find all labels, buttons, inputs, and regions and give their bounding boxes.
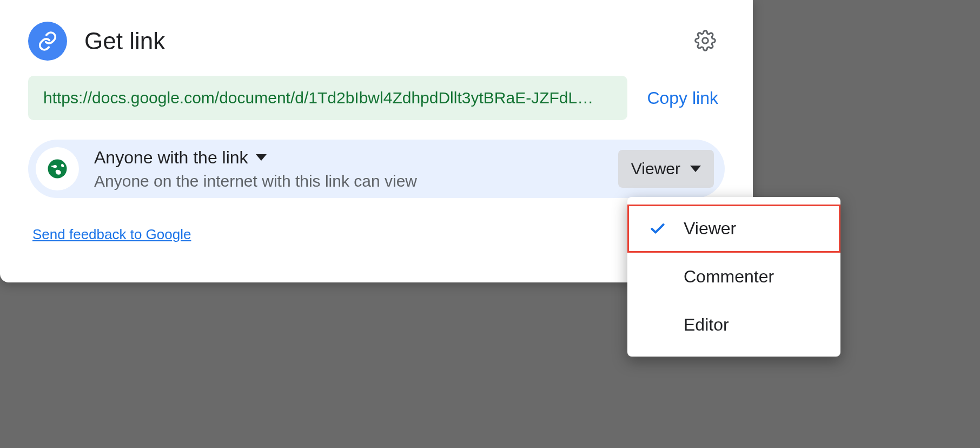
dialog-header: Get link (0, 0, 753, 76)
chevron-down-icon (256, 154, 267, 161)
settings-button[interactable] (690, 26, 720, 56)
share-link-field[interactable]: https://docs.google.com/document/d/1Td2b… (28, 76, 627, 120)
access-scope-label: Anyone with the link (94, 148, 248, 168)
dialog-title: Get link (84, 28, 690, 55)
access-scope-description: Anyone on the internet with this link ca… (94, 172, 603, 190)
role-option-label: Viewer (684, 219, 736, 239)
role-dropdown-menu: Viewer Commenter Editor (627, 197, 840, 357)
chevron-down-icon (690, 166, 701, 172)
link-row: https://docs.google.com/document/d/1Td2b… (28, 76, 725, 120)
gear-icon (694, 30, 716, 53)
globe-icon (36, 147, 79, 190)
svg-point-1 (48, 160, 67, 179)
role-option-viewer[interactable]: Viewer (627, 205, 840, 253)
role-option-editor[interactable]: Editor (627, 301, 840, 349)
copy-link-button[interactable]: Copy link (640, 84, 725, 113)
access-scope-dropdown[interactable]: Anyone with the link (94, 148, 603, 168)
send-feedback-link[interactable]: Send feedback to Google (32, 226, 191, 242)
svg-point-0 (703, 37, 708, 43)
access-text-block: Anyone with the link Anyone on the inter… (94, 148, 603, 190)
role-option-commenter[interactable]: Commenter (627, 253, 840, 301)
check-icon-placeholder (645, 267, 671, 287)
role-option-label: Editor (684, 315, 729, 335)
role-button-label: Viewer (631, 160, 680, 178)
role-option-label: Commenter (684, 267, 774, 287)
link-icon (28, 22, 67, 61)
check-icon-placeholder (645, 315, 671, 335)
check-icon (645, 219, 671, 239)
access-row: Anyone with the link Anyone on the inter… (28, 140, 725, 198)
role-dropdown-button[interactable]: Viewer (618, 150, 714, 188)
